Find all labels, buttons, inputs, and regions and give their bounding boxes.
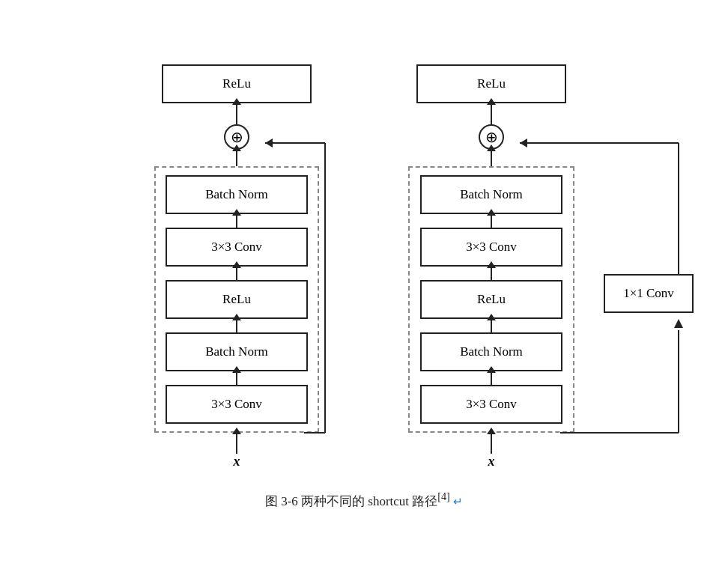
a2 <box>236 267 237 280</box>
arr-plus-d2 <box>491 150 492 166</box>
x-label-d1: x <box>234 454 240 469</box>
arrow-relu-top-d1 <box>236 103 237 124</box>
svg-marker-6 <box>674 319 683 328</box>
relu-top-label-d2: ReLu <box>477 76 506 91</box>
diagram2-inner: ReLu ⊕ Batch Norm 3×3 Co <box>394 64 589 469</box>
conv-top-label-d1: 3×3 Conv <box>211 240 262 255</box>
diagrams-row: ReLu ⊕ Batch Norm 3×3 Conv <box>0 64 728 469</box>
batch-norm-top-label-d2: Batch Norm <box>460 187 523 202</box>
batch-norm-bot-label-d1: Batch Norm <box>205 344 268 359</box>
conv-top-label-d2: 3×3 Conv <box>466 240 517 255</box>
caption-superscript: [4] <box>437 490 450 502</box>
batch-norm-bot-label-d2: Batch Norm <box>460 344 523 359</box>
plus-symbol-d1: ⊕ <box>231 128 243 146</box>
conv-1x1-label: 1×1 Conv <box>623 286 674 301</box>
relu-mid-label-d1: ReLu <box>222 292 251 307</box>
arrow-to-x-d1 <box>236 433 237 454</box>
conv-bot-label-d1: 3×3 Conv <box>211 397 262 412</box>
relu-top-label-d1: ReLu <box>222 76 251 91</box>
svg-marker-3 <box>265 139 273 147</box>
conv-bot-d2: 3×3 Conv <box>420 385 562 424</box>
b1 <box>491 214 492 228</box>
arr-to-x-d2 <box>491 433 492 454</box>
diagram1: ReLu ⊕ Batch Norm 3×3 Conv <box>139 64 334 469</box>
dashed-block-d1: Batch Norm 3×3 Conv ReLu Batch Norm <box>154 166 319 433</box>
arr-relu-d2 <box>491 103 492 124</box>
b2 <box>491 267 492 280</box>
conv-bot-label-d2: 3×3 Conv <box>466 397 517 412</box>
a4 <box>236 371 237 385</box>
a1 <box>236 214 237 228</box>
b4 <box>491 371 492 385</box>
diagram2-wrapper: ReLu ⊕ Batch Norm 3×3 Co <box>394 64 589 469</box>
x-label-d2: x <box>488 454 495 469</box>
page-container: ReLu ⊕ Batch Norm 3×3 Conv <box>0 49 728 532</box>
dashed-block-d2: Batch Norm 3×3 Conv ReLu Batc <box>408 166 574 433</box>
caption-text: 图 3-6 两种不同的 shortcut 路径 <box>265 493 437 508</box>
relu-mid-label-d2: ReLu <box>477 292 506 307</box>
conv-bot-d1: 3×3 Conv <box>166 385 308 424</box>
b3 <box>491 319 492 332</box>
conv-1x1-box: 1×1 Conv <box>604 274 694 313</box>
caption-arrow: ↵ <box>453 495 463 507</box>
a3 <box>236 319 237 332</box>
batch-norm-top-label-d1: Batch Norm <box>205 187 268 202</box>
arrow-into-plus-d1 <box>236 150 237 166</box>
caption: 图 3-6 两种不同的 shortcut 路径[4] ↵ <box>265 490 463 510</box>
plus-symbol-d2: ⊕ <box>485 128 498 146</box>
